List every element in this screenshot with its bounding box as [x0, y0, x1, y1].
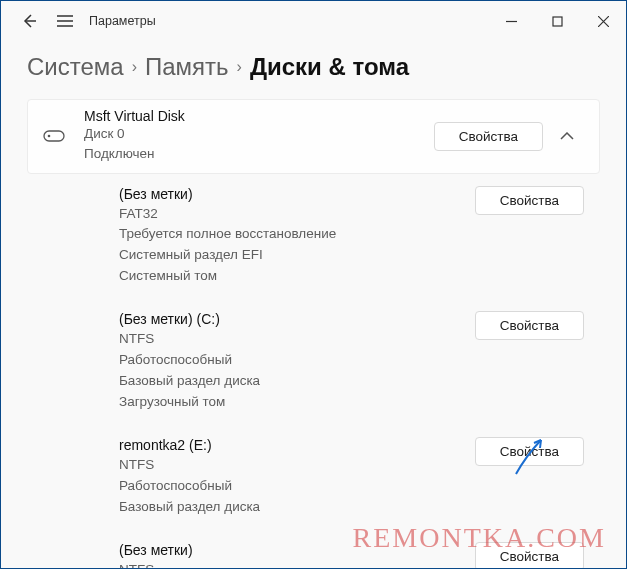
svg-rect-1 — [44, 131, 64, 141]
volume-detail: Работоспособный — [119, 476, 584, 497]
menu-icon[interactable] — [53, 9, 77, 33]
disk-info: Msft Virtual Disk Диск 0 Подключен — [84, 108, 434, 165]
properties-button[interactable]: Свойства — [475, 311, 584, 340]
volume-detail: Базовый раздел диска — [119, 371, 584, 392]
content: Msft Virtual Disk Диск 0 Подключен Свойс… — [1, 99, 626, 569]
chevron-right-icon: › — [237, 58, 242, 76]
chevron-up-icon[interactable] — [551, 132, 583, 140]
volume-row: (Без метки)FAT32Требуется полное восстан… — [27, 174, 600, 300]
back-button[interactable] — [17, 9, 41, 33]
maximize-button[interactable] — [534, 1, 580, 41]
volume-row: (Без метки) (C:)NTFSРаботоспособныйБазов… — [27, 299, 600, 425]
svg-point-2 — [48, 135, 51, 138]
volume-detail: Загрузочный том — [119, 392, 584, 413]
volume-detail: Системный раздел EFI — [119, 245, 584, 266]
breadcrumb-disks-volumes: Диски & тома — [250, 53, 409, 81]
titlebar: Параметры — [1, 1, 626, 41]
disk-title: Msft Virtual Disk — [84, 108, 434, 124]
disk-status: Подключен — [84, 144, 434, 164]
breadcrumb-storage[interactable]: Память — [145, 53, 229, 81]
disk-icon — [40, 130, 68, 142]
app-title: Параметры — [89, 14, 156, 28]
properties-button[interactable]: Свойства — [475, 542, 584, 569]
disk-number: Диск 0 — [84, 124, 434, 144]
properties-button[interactable]: Свойства — [434, 122, 543, 151]
properties-button[interactable]: Свойства — [475, 437, 584, 466]
properties-button[interactable]: Свойства — [475, 186, 584, 215]
chevron-right-icon: › — [132, 58, 137, 76]
close-button[interactable] — [580, 1, 626, 41]
volume-detail: Системный том — [119, 266, 584, 287]
breadcrumb: Система › Память › Диски & тома — [1, 41, 626, 99]
minimize-button[interactable] — [488, 1, 534, 41]
breadcrumb-system[interactable]: Система — [27, 53, 124, 81]
svg-rect-0 — [553, 17, 562, 26]
volume-row: (Без метки)NTFSРаботоспособныйРаздел вос… — [27, 530, 600, 569]
window-controls — [488, 1, 626, 41]
volume-detail: Базовый раздел диска — [119, 497, 584, 518]
volume-detail: Требуется полное восстановление — [119, 224, 584, 245]
volume-detail: Работоспособный — [119, 350, 584, 371]
volume-row: remontka2 (E:)NTFSРаботоспособныйБазовый… — [27, 425, 600, 530]
disk-row[interactable]: Msft Virtual Disk Диск 0 Подключен Свойс… — [27, 99, 600, 174]
